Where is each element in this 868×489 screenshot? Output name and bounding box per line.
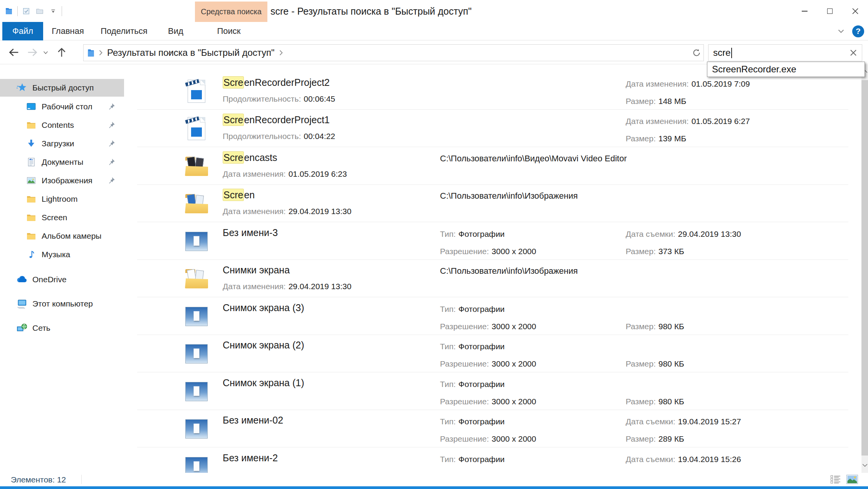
sidebar-item-network[interactable]: Сеть: [0, 319, 124, 337]
breadcrumb[interactable]: Результаты поиска в "Быстрый доступ": [107, 47, 275, 58]
sidebar-item-label: Этот компьютер: [32, 299, 93, 308]
sidebar-item-desktop[interactable]: Рабочий стол: [0, 98, 124, 116]
file-row[interactable]: Снимки экранаДата изменения:29.04.2019 1…: [137, 260, 848, 297]
sidebar-item-folder[interactable]: Screen: [0, 209, 124, 226]
pin-icon[interactable]: [107, 139, 116, 147]
file-name: ScreenRecorderProject1: [223, 114, 330, 126]
pin-icon[interactable]: [107, 102, 116, 111]
clear-search-button[interactable]: [850, 49, 857, 57]
forward-button[interactable]: [24, 44, 41, 61]
metadata-label: Разрешение:: [440, 397, 489, 406]
file-name-text: encasts: [244, 152, 277, 163]
onedrive-icon: [15, 274, 29, 285]
ribbon-tabs: Файл Главная Поделиться Вид Поиск ?: [0, 22, 868, 40]
file-row[interactable]: Без имени-02Тип:ФотографииРазрешение:300…: [137, 410, 848, 447]
sidebar-item-documents[interactable]: Документы: [0, 153, 124, 171]
qat-properties-button[interactable]: [21, 6, 31, 16]
address-dropdown-button[interactable]: [163, 44, 176, 61]
metadata-value: 3000 x 2000: [492, 322, 536, 331]
photo-thumbnail-icon: [183, 413, 210, 445]
search-match-highlight: Scre: [223, 76, 244, 89]
tab-search[interactable]: Поиск: [217, 22, 241, 40]
file-row[interactable]: ScreenRecorderProject2Продолжительность:…: [137, 72, 848, 110]
back-button[interactable]: [5, 44, 22, 61]
refresh-button[interactable]: [689, 44, 704, 61]
sidebar-item-downloads[interactable]: Загрузки: [0, 135, 124, 152]
metadata-label: Продолжительность:: [223, 132, 301, 141]
file-row[interactable]: ScreenRecorderProject1Продолжительность:…: [137, 110, 848, 147]
file-metadata: Размер:139 МБ: [626, 134, 686, 143]
file-row[interactable]: Снимок экрана (2)Тип:ФотографииРазрешени…: [137, 335, 848, 372]
sidebar-item-folder[interactable]: Альбом камеры: [0, 227, 124, 245]
folder-icon: [25, 231, 38, 241]
metadata-value: 373 КБ: [658, 247, 684, 256]
qat-new-folder-button[interactable]: [35, 6, 45, 16]
tab-share[interactable]: Поделиться: [101, 22, 147, 40]
file-row[interactable]: Без имени-2Тип:ФотографииДата съемки:19.…: [137, 448, 848, 473]
sidebar-item-label: Рабочий стол: [42, 102, 92, 111]
sidebar-item-folder[interactable]: Lightroom: [0, 190, 124, 208]
help-button[interactable]: ?: [852, 25, 864, 37]
file-name-text: enRecorderProject1: [244, 114, 329, 125]
tab-home[interactable]: Главная: [52, 22, 84, 40]
metadata-value: 148 МБ: [658, 97, 686, 106]
sidebar-item-folder[interactable]: Contents: [0, 116, 124, 134]
sidebar-item-computer[interactable]: Этот компьютер: [0, 295, 124, 313]
window-controls: [792, 0, 868, 22]
file-row[interactable]: ScreenДата изменения:29.04.2019 13:30C:\…: [137, 185, 848, 222]
metadata-label: Дата съемки:: [626, 417, 675, 426]
metadata-label: Размер:: [626, 134, 656, 143]
explorer-app-icon[interactable]: [4, 6, 14, 16]
file-name: Снимок экрана (3): [223, 302, 304, 313]
text-cursor: [731, 48, 732, 58]
search-match-highlight: Scre: [223, 151, 244, 164]
qat-customize-arrow[interactable]: [48, 6, 58, 16]
sidebar-item-quick-access-star[interactable]: Быстрый доступ: [0, 79, 124, 97]
metadata-label: Дата изменения:: [223, 207, 286, 216]
sidebar-item-label: Lightroom: [42, 194, 77, 204]
up-button[interactable]: [53, 44, 70, 61]
minimize-button[interactable]: [792, 0, 817, 22]
ribbon-collapse-button[interactable]: [836, 26, 846, 36]
file-metadata: Тип:Фотографии: [440, 305, 505, 314]
metadata-label: Размер:: [626, 97, 656, 106]
refresh-icon: [692, 48, 701, 57]
vertical-scrollbar[interactable]: [861, 65, 868, 473]
maximize-button[interactable]: [817, 0, 843, 22]
file-name: Screencasts: [223, 152, 277, 163]
file-row[interactable]: Снимок экрана (1)Тип:ФотографииРазрешени…: [137, 373, 848, 410]
sidebar-item-pictures[interactable]: Изображения: [0, 172, 124, 189]
search-input[interactable]: scre: [708, 44, 862, 61]
breadcrumb-chevron-icon: [279, 50, 284, 56]
metadata-label: Разрешение:: [440, 322, 489, 331]
metadata-value: 19.04.2019 15:27: [678, 417, 741, 426]
file-row[interactable]: ScreencastsДата изменения:01.05.2019 6:2…: [137, 147, 848, 185]
sidebar-item-label: Screen: [42, 213, 67, 222]
navigation-pane: Быстрый доступРабочий столContentsЗагруз…: [0, 65, 133, 473]
file-metadata: Разрешение:3000 x 2000: [440, 359, 536, 368]
tab-file[interactable]: Файл: [2, 22, 43, 40]
scroll-down-button[interactable]: [861, 460, 868, 471]
thumbnails-view-button[interactable]: [846, 475, 858, 484]
file-metadata: Дата съемки:19.04.2019 15:27: [626, 417, 741, 426]
file-name-text: en: [244, 189, 255, 200]
file-metadata: Тип:Фотографии: [440, 380, 505, 389]
recent-locations-button[interactable]: [39, 44, 52, 61]
pin-icon[interactable]: [107, 176, 116, 184]
tab-view[interactable]: Вид: [168, 22, 183, 40]
pin-icon[interactable]: [107, 121, 116, 129]
pin-icon[interactable]: [107, 158, 116, 166]
scrollbar-thumb[interactable]: [861, 80, 868, 456]
file-metadata: Размер:289 КБ: [626, 434, 684, 444]
file-row[interactable]: Снимок экрана (3)Тип:ФотографииРазрешени…: [137, 298, 848, 335]
metadata-label: Тип:: [440, 229, 456, 238]
sidebar-item-onedrive[interactable]: OneDrive: [0, 271, 124, 288]
sidebar-item-music[interactable]: Музыка: [0, 246, 124, 263]
file-row[interactable]: Без имени-3Тип:ФотографииРазрешение:3000…: [137, 223, 848, 260]
metadata-label: Дата съемки:: [626, 229, 675, 238]
details-view-button[interactable]: [830, 475, 841, 484]
search-suggestion-item[interactable]: ScreenRecorder.exe: [712, 64, 796, 75]
metadata-value: 980 КБ: [658, 322, 684, 331]
close-button[interactable]: [843, 0, 868, 22]
metadata-value: Фотографии: [458, 380, 505, 389]
